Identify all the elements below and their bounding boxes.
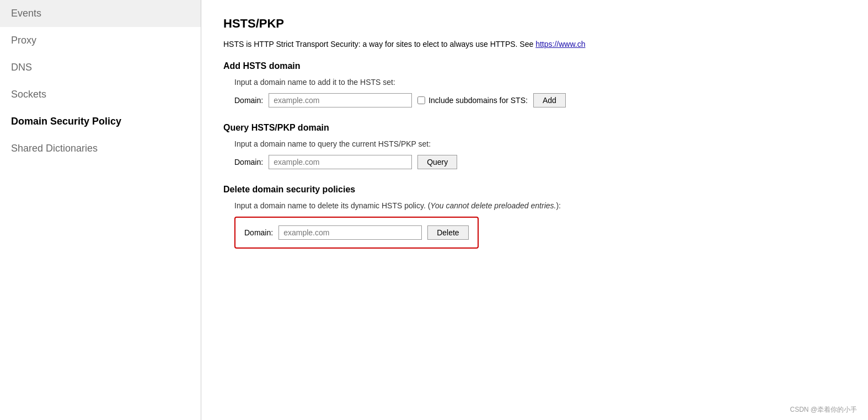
sidebar-item-proxy[interactable]: Proxy [0,27,201,54]
delete-security-description: Input a domain name to delete its dynami… [234,201,846,210]
query-hsts-domain-label: Domain: [234,158,263,166]
sidebar-item-domain-security-policy[interactable]: Domain Security Policy [0,108,201,135]
include-subdomains-label: Include subdomains for STS: [417,96,528,105]
add-hsts-button[interactable]: Add [533,93,566,107]
description-link[interactable]: https://www.ch [535,40,585,49]
add-hsts-title: Add HSTS domain [223,61,846,71]
sidebar-item-shared-dictionaries[interactable]: Shared Dictionaries [0,135,201,162]
query-hsts-title: Query HSTS/PKP domain [223,123,846,133]
delete-domain-input[interactable] [278,225,422,240]
delete-button[interactable]: Delete [427,225,468,240]
main-content: HSTS/PKP HSTS is HTTP Strict Transport S… [201,0,868,420]
add-hsts-domain-label: Domain: [234,96,263,105]
sidebar: Events Proxy DNS Sockets Domain Security… [0,0,201,420]
query-hsts-description: Input a domain name to query the current… [234,139,846,148]
add-hsts-description: Input a domain name to add it to the HST… [234,78,846,87]
add-hsts-section: Add HSTS domain Input a domain name to a… [223,61,846,107]
sidebar-item-dns[interactable]: DNS [0,54,201,81]
add-hsts-form-row: Domain: Include subdomains for STS: Add [234,93,846,107]
add-hsts-domain-input[interactable] [269,93,412,107]
sidebar-item-sockets[interactable]: Sockets [0,81,201,108]
delete-highlighted-box: Domain: Delete [234,217,479,249]
include-subdomains-text: Include subdomains for STS: [428,96,528,105]
delete-security-title: Delete domain security policies [223,185,846,195]
query-hsts-button[interactable]: Query [417,155,457,169]
hsts-description: HSTS is HTTP Strict Transport Security: … [223,39,846,50]
include-subdomains-checkbox[interactable] [417,96,425,104]
delete-security-section: Delete domain security policies Input a … [223,185,846,249]
delete-desc-suffix: ): [556,201,561,210]
query-hsts-section: Query HSTS/PKP domain Input a domain nam… [223,123,846,169]
delete-desc-prefix: Input a domain name to delete its dynami… [234,201,430,210]
delete-domain-label: Domain: [244,228,273,237]
query-hsts-form-row: Domain: Query [234,155,846,169]
watermark: CSDN @牵着你的小手 [790,405,857,414]
delete-desc-italic: You cannot delete preloaded entries. [430,201,556,210]
page-title: HSTS/PKP [223,17,846,31]
description-prefix: HSTS is HTTP Strict Transport Security: … [223,40,535,49]
sidebar-item-events[interactable]: Events [0,0,201,27]
query-hsts-domain-input[interactable] [269,155,412,169]
